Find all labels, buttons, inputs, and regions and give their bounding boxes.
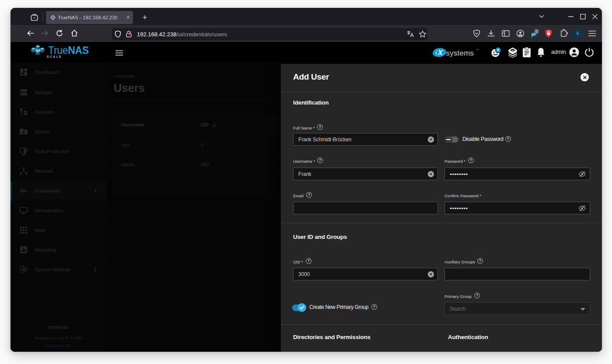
svg-text:systems: systems bbox=[446, 49, 474, 57]
svg-text:™: ™ bbox=[476, 49, 479, 51]
svg-text:X: X bbox=[437, 49, 444, 57]
svg-text:0: 0 bbox=[535, 29, 538, 34]
